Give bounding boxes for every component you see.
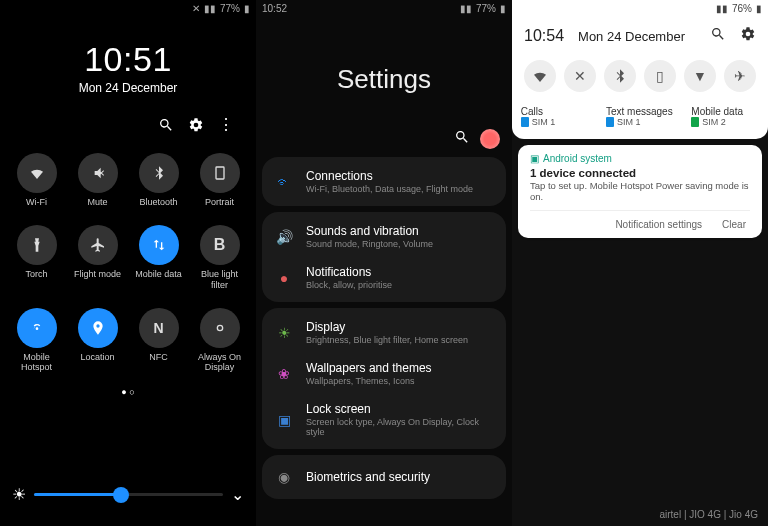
notif-body: Tap to set up. Mobile Hotspot Power savi… <box>530 180 750 202</box>
settings-item-biometrics[interactable]: ◉ Biometrics and security <box>262 459 506 495</box>
bell-icon: ● <box>274 268 294 288</box>
qs-portrait[interactable]: ▯ <box>644 60 676 92</box>
qs-bluetooth[interactable] <box>604 60 636 92</box>
status-bar: 10:52 ▮▮ 77% ▮ <box>256 0 512 16</box>
settings-item-sounds[interactable]: 🔊 Sounds and vibrationSound mode, Ringto… <box>262 216 506 257</box>
more-icon[interactable]: ⋮ <box>218 117 234 137</box>
status-signal-icon: ▮▮ <box>716 3 728 14</box>
status-battery: 76% <box>732 3 752 14</box>
qs-tile-bluetooth[interactable]: Bluetooth <box>128 153 189 207</box>
avatar[interactable] <box>480 129 500 149</box>
page-title: Settings <box>256 64 512 95</box>
qs-tile-nfc[interactable]: NNFC <box>128 308 189 373</box>
qs-tile-aod[interactable]: Always On Display <box>189 308 250 373</box>
sim-data[interactable]: Mobile dataSIM 2 <box>691 106 759 127</box>
brightness-slider[interactable]: ☀ ⌄ <box>0 475 256 514</box>
gear-icon[interactable] <box>740 26 756 46</box>
shade-header: 10:54 Mon 24 December <box>512 16 768 56</box>
slider-track[interactable] <box>34 493 223 496</box>
page-indicator[interactable]: ● ○ <box>0 387 256 397</box>
status-bar: ▮▮ 76% ▮ <box>512 0 768 16</box>
display-icon: ☀ <box>274 323 294 343</box>
sound-icon: 🔊 <box>274 227 294 247</box>
qs-tile-flight[interactable]: Flight mode <box>67 225 128 290</box>
settings-item-display[interactable]: ☀ DisplayBrightness, Blue light filter, … <box>262 312 506 353</box>
quick-settings-grid: Wi-Fi Mute Bluetooth Portrait Torch Flig… <box>0 143 256 383</box>
chevron-down-icon[interactable]: ⌄ <box>231 485 244 504</box>
status-bar: ✕ ▮▮ 77% ▮ <box>0 0 256 16</box>
battery-icon: ▮ <box>756 3 762 14</box>
qs-tile-blue-light[interactable]: BBlue light filter <box>189 225 250 290</box>
quick-settings-row: ✕ ▯ ▼ ✈ <box>512 56 768 102</box>
carrier-label: airtel | JIO 4G | Jio 4G <box>659 509 758 520</box>
clear-button[interactable]: Clear <box>722 219 746 230</box>
notif-title: 1 device connected <box>530 167 750 179</box>
settings-item-lock[interactable]: ▣ Lock screenScreen lock type, Always On… <box>262 394 506 445</box>
lock-clock: 10:51 Mon 24 December <box>0 40 256 95</box>
settings-toolbar <box>256 129 512 157</box>
quick-settings-panel-dark: ✕ ▮▮ 77% ▮ 10:51 Mon 24 December ⋮ Wi-Fi… <box>0 0 256 526</box>
clock-date: Mon 24 December <box>0 81 256 95</box>
qs-tile-hotspot[interactable]: Mobile Hotspot <box>6 308 67 373</box>
sim-calls[interactable]: CallsSIM 1 <box>521 106 589 127</box>
qs-flight[interactable]: ✈ <box>724 60 756 92</box>
android-icon: ▣ <box>530 153 539 164</box>
status-icons: ✕ ▮▮ 77% ▮ <box>192 3 250 14</box>
qs-tile-mobile-data[interactable]: Mobile data <box>128 225 189 290</box>
qs-tile-wifi[interactable]: Wi-Fi <box>6 153 67 207</box>
qs-tile-torch[interactable]: Torch <box>6 225 67 290</box>
battery-icon: ▮ <box>244 3 250 14</box>
settings-item-themes[interactable]: ❀ Wallpapers and themesWallpapers, Theme… <box>262 353 506 394</box>
status-signal-icon: ▮▮ <box>460 3 472 14</box>
status-icons: ▮▮ 76% ▮ <box>716 3 762 14</box>
theme-icon: ❀ <box>274 364 294 384</box>
notification-settings-button[interactable]: Notification settings <box>615 219 702 230</box>
clock-time: 10:51 <box>0 40 256 79</box>
quick-settings-toolbar: ⋮ <box>0 95 256 143</box>
settings-item-notifications[interactable]: ● NotificationsBlock, allow, prioritise <box>262 257 506 298</box>
settings-list[interactable]: ᯤ ConnectionsWi-Fi, Bluetooth, Data usag… <box>256 157 512 499</box>
brightness-icon: ☀ <box>12 485 26 504</box>
lock-icon: ▣ <box>274 410 294 430</box>
qs-tile-portrait[interactable]: Portrait <box>189 153 250 207</box>
status-signal-icon: ▮▮ <box>204 3 216 14</box>
sim-texts[interactable]: Text messagesSIM 1 <box>606 106 674 127</box>
battery-icon: ▮ <box>500 3 506 14</box>
status-battery: 77% <box>476 3 496 14</box>
notification-card[interactable]: ▣Android system 1 device connected Tap t… <box>518 145 762 238</box>
status-mute-icon: ✕ <box>192 3 200 14</box>
notification-shade-light: ▮▮ 76% ▮ 10:54 Mon 24 December ✕ ▯ ▼ ✈ C… <box>512 0 768 526</box>
sim-row: CallsSIM 1 Text messagesSIM 1 Mobile dat… <box>512 102 768 135</box>
search-icon[interactable] <box>158 117 174 137</box>
qs-torch[interactable]: ▼ <box>684 60 716 92</box>
search-icon[interactable] <box>454 129 470 149</box>
gear-icon[interactable] <box>188 117 204 137</box>
settings-item-connections[interactable]: ᯤ ConnectionsWi-Fi, Bluetooth, Data usag… <box>262 161 506 202</box>
status-battery: 77% <box>220 3 240 14</box>
qs-tile-location[interactable]: Location <box>67 308 128 373</box>
status-time: 10:52 <box>262 3 287 14</box>
qs-tile-mute[interactable]: Mute <box>67 153 128 207</box>
security-icon: ◉ <box>274 467 294 487</box>
qs-wifi[interactable] <box>524 60 556 92</box>
wifi-icon: ᯤ <box>274 172 294 192</box>
settings-panel-dark: 10:52 ▮▮ 77% ▮ Settings ᯤ ConnectionsWi-… <box>256 0 512 526</box>
search-icon[interactable] <box>710 26 726 46</box>
status-icons: ▮▮ 77% ▮ <box>460 3 506 14</box>
clock-time: 10:54 <box>524 27 564 45</box>
qs-mute[interactable]: ✕ <box>564 60 596 92</box>
notif-app-name: ▣Android system <box>530 153 750 164</box>
clock-date: Mon 24 December <box>578 29 685 44</box>
